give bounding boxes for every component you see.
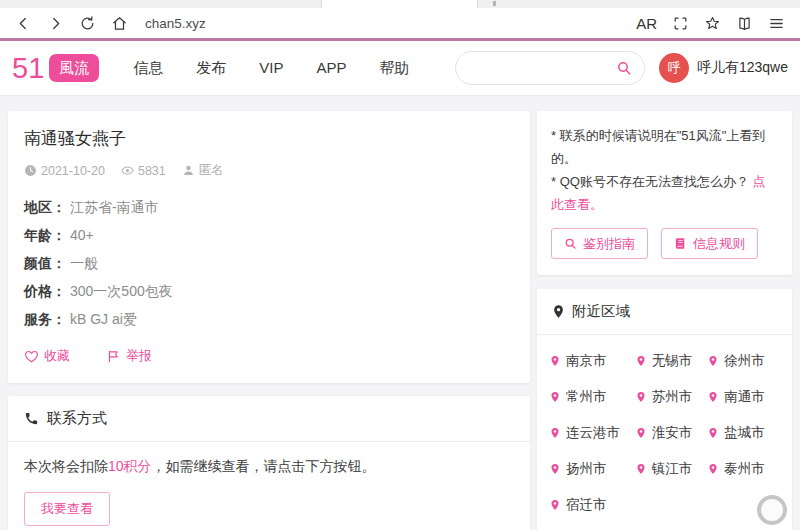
favorite-button[interactable]: 收藏 bbox=[24, 347, 70, 365]
guide-button[interactable]: 鉴别指南 bbox=[551, 228, 648, 259]
city-label: 南通市 bbox=[724, 388, 765, 406]
rules-button-label: 信息规则 bbox=[693, 237, 745, 250]
meta-author: 匿名 bbox=[182, 162, 224, 179]
city-label: 盐城市 bbox=[724, 424, 765, 442]
field-row: 服务：kB GJ ai爱 bbox=[24, 309, 514, 329]
city-link[interactable]: 宿迁市 bbox=[549, 487, 635, 523]
city-label: 苏州市 bbox=[652, 388, 693, 406]
deduct-prefix: 本次将会扣除 bbox=[24, 458, 108, 474]
listing-author: 匿名 bbox=[199, 162, 224, 179]
city-link[interactable]: 淮安市 bbox=[635, 415, 708, 451]
city-link[interactable]: 南通市 bbox=[707, 379, 780, 415]
ar-mode-button[interactable]: AR bbox=[636, 15, 657, 32]
deduct-highlight: 10积分 bbox=[108, 458, 152, 474]
city-label: 常州市 bbox=[566, 388, 607, 406]
deduct-suffix: ，如需继续查看，请点击下方按钮。 bbox=[152, 458, 376, 474]
clock-icon bbox=[24, 164, 37, 177]
author-icon bbox=[182, 164, 195, 177]
pin-icon bbox=[635, 355, 647, 367]
contact-title: 联系方式 bbox=[47, 409, 107, 428]
menu-icon[interactable] bbox=[768, 15, 785, 32]
magnifier-icon bbox=[564, 237, 577, 250]
listing-actions: 收藏 举报 bbox=[24, 337, 514, 379]
city-label: 淮安市 bbox=[652, 424, 693, 442]
listing-title: 南通骚女燕子 bbox=[24, 127, 514, 150]
pin-icon bbox=[549, 499, 561, 511]
contact-card: 联系方式 本次将会扣除10积分，如需继续查看，请点击下方按钮。 我要查看 升级V… bbox=[8, 396, 530, 530]
forward-icon[interactable] bbox=[47, 15, 64, 32]
city-label: 扬州市 bbox=[566, 460, 607, 478]
deduct-text: 本次将会扣除10积分，如需继续查看，请点击下方按钮。 bbox=[24, 458, 514, 476]
pin-icon bbox=[707, 391, 719, 403]
toolbar-left-group: chan5.xyz bbox=[15, 15, 221, 32]
field-label: 颜值： bbox=[24, 255, 66, 271]
reload-icon[interactable] bbox=[79, 15, 96, 32]
pin-icon bbox=[635, 463, 647, 475]
username[interactable]: 呼儿有123qwe bbox=[697, 59, 788, 77]
notice-line-2-text: * QQ账号不存在无法查找怎么办？ bbox=[551, 174, 749, 189]
back-to-top-button[interactable] bbox=[757, 495, 787, 525]
listing-views: 5831 bbox=[138, 164, 166, 178]
views-icon bbox=[121, 164, 134, 177]
tab-badge-icon bbox=[493, 1, 496, 6]
pin-icon bbox=[549, 355, 561, 367]
city-link[interactable]: 连云港市 bbox=[549, 415, 635, 451]
main-nav: 信息 发布 VIP APP 帮助 bbox=[133, 55, 409, 82]
field-row: 价格：300一次500包夜 bbox=[24, 281, 514, 301]
site-header: 51 風流 信息 发布 VIP APP 帮助 呼 呼儿有123qwe bbox=[0, 41, 800, 96]
view-contact-button[interactable]: 我要查看 bbox=[24, 492, 110, 526]
city-link[interactable]: 常州市 bbox=[549, 379, 635, 415]
city-link[interactable]: 镇江市 bbox=[635, 451, 708, 487]
city-link[interactable]: 南京市 bbox=[549, 343, 635, 379]
nav-item[interactable]: 发布 bbox=[196, 55, 226, 82]
search-box bbox=[455, 51, 645, 85]
nearby-title: 附近区域 bbox=[572, 302, 630, 321]
field-value: 一般 bbox=[70, 255, 98, 271]
pin-icon bbox=[551, 304, 566, 319]
meta-date: 2021-10-20 bbox=[24, 164, 105, 178]
notice-line-1: * 联系的时候请说明在"51风流"上看到的。 bbox=[551, 124, 778, 170]
site-logo[interactable]: 51 風流 bbox=[12, 54, 99, 83]
city-link[interactable]: 盐城市 bbox=[707, 415, 780, 451]
guide-button-label: 鉴别指南 bbox=[583, 237, 635, 250]
nearby-card: 附近区域 南京市 无锡市 徐州市 bbox=[537, 289, 792, 530]
city-link[interactable]: 泰州市 bbox=[707, 451, 780, 487]
rules-button[interactable]: 信息规则 bbox=[661, 228, 758, 259]
page-content: 南通骚女燕子 2021-10-20 5831 匿名 bbox=[0, 96, 800, 530]
nav-item[interactable]: VIP bbox=[259, 55, 283, 82]
city-link[interactable]: 苏州市 bbox=[635, 379, 708, 415]
home-icon[interactable] bbox=[111, 15, 128, 32]
city-link[interactable]: 无锡市 bbox=[635, 343, 708, 379]
listing-date: 2021-10-20 bbox=[41, 164, 105, 178]
listing-fields: 地区：江苏省-南通市 年龄：40+ 颜值：一般 价格：300一次500包夜 bbox=[24, 197, 514, 329]
report-label: 举报 bbox=[126, 347, 152, 365]
city-link[interactable]: 徐州市 bbox=[707, 343, 780, 379]
pin-icon bbox=[707, 355, 719, 367]
back-icon[interactable] bbox=[15, 15, 32, 32]
report-button[interactable]: 举报 bbox=[106, 347, 152, 365]
pin-icon bbox=[549, 391, 561, 403]
field-row: 地区：江苏省-南通市 bbox=[24, 197, 514, 217]
right-column: * 联系的时候请说明在"51风流"上看到的。 * QQ账号不存在无法查找怎么办？… bbox=[537, 111, 792, 530]
city-label: 镇江市 bbox=[652, 460, 693, 478]
reader-icon[interactable] bbox=[736, 15, 753, 32]
url-text[interactable]: chan5.xyz bbox=[145, 16, 206, 31]
active-tab[interactable] bbox=[321, 0, 478, 8]
logo-prefix: 51 bbox=[12, 54, 44, 83]
field-label: 价格： bbox=[24, 283, 66, 299]
field-value: 江苏省-南通市 bbox=[70, 199, 159, 215]
nav-item[interactable]: 帮助 bbox=[379, 55, 409, 82]
nearby-card-header: 附近区域 bbox=[537, 289, 792, 335]
city-link[interactable]: 扬州市 bbox=[549, 451, 635, 487]
nav-item[interactable]: APP bbox=[316, 55, 346, 82]
search-icon[interactable] bbox=[616, 60, 632, 76]
pin-icon bbox=[707, 463, 719, 475]
city-label: 徐州市 bbox=[724, 352, 765, 370]
avatar[interactable]: 呼 bbox=[659, 53, 689, 83]
pin-icon bbox=[635, 427, 647, 439]
nav-item[interactable]: 信息 bbox=[133, 55, 163, 82]
contact-card-header: 联系方式 bbox=[8, 396, 530, 442]
scan-icon[interactable] bbox=[672, 15, 689, 32]
star-icon[interactable] bbox=[704, 15, 721, 32]
listing-meta: 2021-10-20 5831 匿名 bbox=[24, 162, 514, 179]
